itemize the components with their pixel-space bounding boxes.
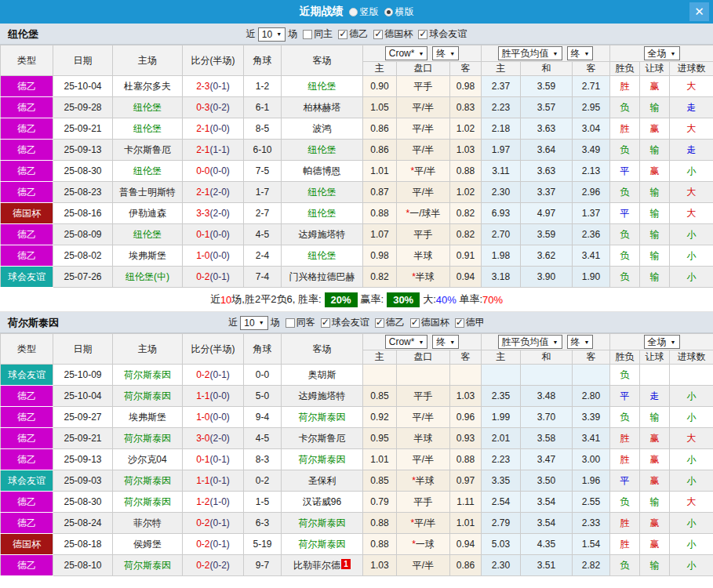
filter-同主[interactable]: 同主 (303, 27, 333, 41)
corner-score: 0-2 (244, 470, 282, 492)
handicap-result: 输 (640, 203, 670, 224)
match-count-select[interactable]: 10▼ (258, 27, 286, 42)
handicap-result-text: 输 (650, 560, 660, 571)
filter-德甲[interactable]: 德甲 (455, 316, 485, 329)
asian-away-odds: 0.83 (450, 97, 482, 118)
away-team-name: 纽伦堡 (308, 187, 336, 198)
scope-select[interactable]: 全场▼ (644, 46, 680, 60)
asian-home-odds: 0.87 (363, 182, 397, 203)
handicap-result-text: 输 (650, 496, 660, 507)
score-fulltime: 0-1 (196, 229, 209, 240)
scope-select[interactable]: 全场▼ (644, 335, 680, 349)
avg-away-odds: 2.82 (573, 555, 610, 576)
odds-company-select[interactable]: Crow*▼ (385, 46, 428, 60)
result-text: 平 (620, 475, 630, 486)
score-fulltime: 0-0 (196, 165, 209, 176)
team-name: 纽伦堡 (8, 24, 38, 45)
filter-球会友谊[interactable]: 球会友谊 (321, 316, 369, 329)
match-result: 负 (610, 245, 640, 267)
asian-home-odds: 0.88 (363, 203, 397, 224)
summary-segment: 70% (482, 294, 503, 306)
match-result: 负 (610, 365, 640, 386)
goals-result: 大 (670, 492, 713, 513)
match-date: 25-08-09 (53, 224, 113, 245)
summary-segment: 单率: (457, 292, 482, 307)
asian-home-odds: 1.07 (363, 224, 397, 245)
score-halftime: (0-1) (210, 271, 230, 282)
odds-final-select[interactable]: 终▼ (432, 46, 459, 60)
handicap-result-text: 输 (650, 144, 660, 155)
match-result: 负 (610, 267, 640, 288)
asian-away-odds: 0.93 (450, 428, 482, 449)
goals-result: 大 (670, 203, 713, 224)
goals-result-text: 小 (687, 271, 697, 282)
col-avg-home: 主 (482, 62, 521, 76)
match-score: 0-2(0-1) (183, 365, 244, 386)
asian-handicap: 平/半 (397, 118, 450, 140)
asian-away-odds (450, 365, 482, 386)
match-score: 0-1(0-0) (183, 224, 244, 245)
corner-score: 2-4 (244, 245, 282, 267)
filter-德乙[interactable]: 德乙 (338, 27, 368, 41)
avg-draw-odds: 3.70 (521, 407, 573, 428)
home-team: 纽伦堡(中) (113, 267, 183, 288)
layout-radio-horizontal[interactable]: 横版 (384, 5, 414, 19)
filter-德国杯[interactable]: 德国杯 (410, 316, 449, 329)
asian-away-odds: 0.82 (450, 203, 482, 224)
avg-home-odds: 2.23 (482, 449, 521, 470)
filter-球会友谊[interactable]: 球会友谊 (418, 27, 467, 41)
home-team: 埃弗斯堡 (113, 407, 183, 428)
home-team: 荷尔斯泰因 (113, 386, 183, 407)
filter-同客[interactable]: 同客 (286, 316, 315, 329)
result-text: 负 (620, 496, 630, 507)
card-badge: 1 (341, 559, 351, 569)
recent-results-popup: 近期战绩 竖版 横版 ✕ 纽伦堡 近10▼场同主德乙德国杯球会友谊 类型 日期 … (0, 0, 713, 588)
result-text: 平 (620, 208, 630, 219)
asian-home-odds: 0.98 (363, 245, 397, 267)
match-row: 德乙25-08-23普鲁士明斯特2-1(2-0)1-7纽伦堡0.87平/半1.0… (1, 182, 713, 203)
handicap-result: 赢 (640, 76, 670, 97)
match-score: 2-1(0-0) (183, 118, 244, 140)
asian-home-odds: 0.79 (363, 492, 397, 513)
goals-result: 小 (670, 267, 713, 288)
asian-away-odds: 1.03 (450, 386, 482, 407)
goals-result: 大 (670, 76, 713, 97)
avg-odds-select[interactable]: 胜平负均值▼ (498, 46, 562, 60)
match-score: 3-0(2-0) (183, 428, 244, 449)
close-button[interactable]: ✕ (689, 2, 709, 21)
goals-result: 小 (670, 224, 713, 245)
odds-company-select[interactable]: Crow*▼ (385, 335, 428, 349)
layout-radio-vertical[interactable]: 竖版 (349, 5, 379, 19)
odds-final-select[interactable]: 终▼ (432, 335, 459, 349)
dropdown-caret-icon: ▼ (584, 339, 590, 345)
score-halftime: (0-1) (210, 517, 230, 528)
match-date: 25-10-04 (53, 76, 113, 97)
avg-final-select[interactable]: 终▼ (567, 335, 594, 349)
goals-result-text: 小 (687, 517, 697, 528)
match-result: 负 (610, 97, 640, 118)
score-fulltime: 2-1 (196, 144, 209, 155)
score-halftime: (0-1) (210, 475, 230, 486)
col-corner: 角球 (244, 45, 282, 76)
league-type-badge: 德乙 (1, 555, 53, 576)
avg-odds-select[interactable]: 胜平负均值▼ (498, 335, 562, 349)
avg-home-odds: 2.01 (482, 428, 521, 449)
avg-home-odds: 1.97 (482, 140, 521, 161)
avg-home-odds: 1.98 (482, 245, 521, 267)
filter-德乙[interactable]: 德乙 (375, 316, 405, 329)
handicap-text: 平/半 (414, 517, 435, 528)
result-text: 平 (620, 165, 630, 176)
avg-final-select[interactable]: 终▼ (567, 46, 594, 60)
corner-score: 7-5 (244, 161, 282, 182)
match-score: 1-1(0-0) (183, 386, 244, 407)
summary-segment: 近 (210, 292, 220, 307)
goals-result: 小 (670, 534, 713, 555)
games-label: 场 (271, 316, 280, 329)
match-count-select[interactable]: 10▼ (240, 316, 267, 330)
match-score: 0-2(0-1) (183, 267, 244, 288)
avg-draw-odds: 3.54 (521, 513, 573, 534)
handicap-result-text: 输 (650, 271, 660, 282)
filter-德国杯[interactable]: 德国杯 (373, 27, 413, 41)
avg-away-odds: 2.55 (573, 492, 610, 513)
avg-home-odds: 2.54 (482, 492, 521, 513)
